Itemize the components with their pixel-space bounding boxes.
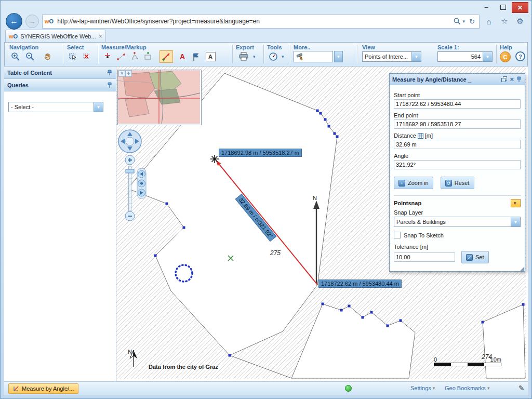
text-markup-button[interactable]: A [176, 50, 189, 63]
measure-distance-button[interactable] [115, 50, 127, 63]
toc-header-label: Table of Content [7, 70, 52, 76]
search-caret-icon[interactable]: ▾ [461, 19, 468, 24]
tools-button[interactable] [267, 50, 280, 63]
tolerance-label: Tolerance [m] [394, 244, 521, 250]
help-contact-button[interactable]: C [500, 51, 511, 62]
status-indicator-orb [345, 385, 352, 392]
view-select[interactable]: Points of Intere... ▼ [362, 51, 421, 62]
set-button[interactable]: ✓ Set [461, 251, 489, 263]
label-markup-button[interactable]: A [204, 50, 217, 63]
scale-select-arrow-icon[interactable]: ▼ [483, 52, 492, 61]
window-minimize-button[interactable]: – [478, 2, 494, 12]
end-point-input[interactable] [394, 119, 521, 129]
query-select-arrow-icon[interactable]: ▼ [94, 102, 103, 112]
window-close-button[interactable]: ✕ [512, 2, 528, 13]
snap-sketch-checkbox[interactable] [394, 232, 401, 238]
panel-resize-grip[interactable]: ◢ [520, 265, 524, 271]
refresh-icon[interactable]: ↻ [467, 18, 477, 25]
zoom-out-icon [25, 52, 35, 61]
snap-layer-select[interactable]: Parcels & Buildings ▼ [394, 217, 521, 227]
select-features-button[interactable] [67, 50, 79, 63]
distance-grid-icon[interactable] [418, 133, 423, 139]
overview-map[interactable]: ✕ ✛ [117, 70, 202, 125]
scale-bar-segments [434, 363, 501, 366]
queries-pin-icon[interactable] [107, 82, 113, 88]
collapse-chevrons-icon: « [513, 202, 519, 205]
flag-markup-button[interactable] [190, 50, 202, 63]
help-question-button[interactable]: ? [515, 51, 525, 61]
angle-input[interactable] [394, 160, 521, 169]
group-label-view: View [362, 44, 375, 50]
zoom-in-icon [11, 52, 20, 61]
settings-gear-icon[interactable]: ⚙ [514, 17, 526, 26]
queries-header-label: Queries [7, 82, 29, 88]
window-maximize-button[interactable] [495, 2, 511, 12]
query-select[interactable]: - Select - ▼ [8, 102, 103, 112]
set-button-icon: ✓ [466, 254, 473, 261]
start-point-input[interactable] [394, 99, 521, 109]
group-label-export: Export [236, 44, 254, 50]
tools-caret-icon[interactable]: ▾ [282, 54, 284, 59]
toolbar-separator [357, 45, 358, 63]
search-icon[interactable] [454, 18, 461, 25]
tab-close-button[interactable]: × [99, 33, 102, 40]
settings-menu[interactable]: Settings ▾ [410, 385, 435, 391]
view-select-arrow-icon[interactable]: ▼ [411, 52, 421, 61]
tab-favicon: wO [9, 33, 18, 39]
label-markup-icon: A [206, 52, 216, 61]
zoom-in-button-icon: + [398, 180, 405, 187]
scale-select-value: 564 [438, 54, 483, 60]
hammer-icon [296, 52, 305, 61]
distance-input[interactable] [394, 140, 521, 149]
more-caret-button[interactable]: ▼ [334, 51, 343, 62]
zoom-out-button[interactable] [24, 50, 36, 63]
zoom-in-button[interactable] [9, 50, 22, 63]
overview-map-image [118, 70, 200, 124]
url-input[interactable] [56, 17, 453, 25]
measure-coordinate-icon [102, 51, 113, 62]
measure-coordinate-button[interactable] [101, 50, 114, 63]
reset-button[interactable]: ↺ Reset [441, 177, 474, 189]
overview-move-icon[interactable]: ✛ [125, 70, 132, 77]
toolbar-separator [496, 45, 497, 63]
export-caret-icon[interactable]: ▾ [253, 54, 256, 59]
browser-window: – ✕ ← → wO ▾ ↻ ⌂ ☆ ⚙ wO SYNERGIS WebOffi… [0, 0, 532, 399]
site-favicon: wO [45, 18, 54, 24]
measure-area-button[interactable] [128, 50, 141, 63]
measure-perimeter-button[interactable] [142, 50, 154, 63]
toc-header[interactable]: Table of Content [4, 66, 116, 79]
snap-layer-arrow-icon[interactable]: ▼ [511, 217, 520, 227]
measure-panel-header[interactable]: Measure by Angle/Distance _ × [390, 74, 525, 85]
window-controls: – ✕ [478, 2, 528, 13]
zoom-in-button-panel[interactable]: + Zoom in [394, 177, 433, 189]
toc-pin-icon[interactable] [107, 70, 113, 76]
clear-selection-button[interactable] [81, 50, 94, 63]
pointsnap-collapse-button[interactable]: « [511, 199, 521, 207]
group-label-help: Help [500, 44, 512, 50]
measure-angle-distance-button[interactable] [159, 50, 173, 63]
browser-tab[interactable]: wO SYNERGIS WebOffice Web... × [5, 30, 106, 42]
geo-bookmarks-menu[interactable]: Geo Bookmarks ▾ [445, 385, 489, 391]
group-label-measure: Measure/Markup [101, 44, 147, 50]
favorites-star-icon[interactable]: ☆ [498, 17, 511, 26]
print-button[interactable] [236, 50, 251, 63]
scale-select[interactable]: 564 ▼ [437, 51, 493, 62]
measure-task-button[interactable]: Measure by Angle/... [8, 383, 78, 394]
tolerance-input[interactable] [394, 252, 455, 262]
back-button[interactable]: ← [6, 13, 22, 30]
forward-button[interactable]: → [25, 15, 39, 28]
panel-dock-icon[interactable] [501, 76, 508, 83]
toolbar-separator [232, 45, 233, 63]
favicon-o: O [49, 18, 54, 24]
maximize-icon [500, 5, 506, 10]
overview-close-icon[interactable]: ✕ [118, 70, 125, 77]
edit-pencil-icon[interactable]: ✎ [518, 384, 525, 392]
sidebar: Table of Content Queries - Select - ▼ [4, 66, 116, 381]
pan-button[interactable] [41, 50, 54, 63]
panel-pin-icon[interactable] [516, 76, 522, 83]
more-tools-box[interactable] [294, 51, 333, 62]
home-icon[interactable]: ⌂ [483, 17, 495, 26]
queries-header[interactable]: Queries [4, 79, 116, 91]
panel-close-icon[interactable]: × [510, 76, 514, 83]
zoom-slider-handle[interactable] [126, 169, 134, 173]
